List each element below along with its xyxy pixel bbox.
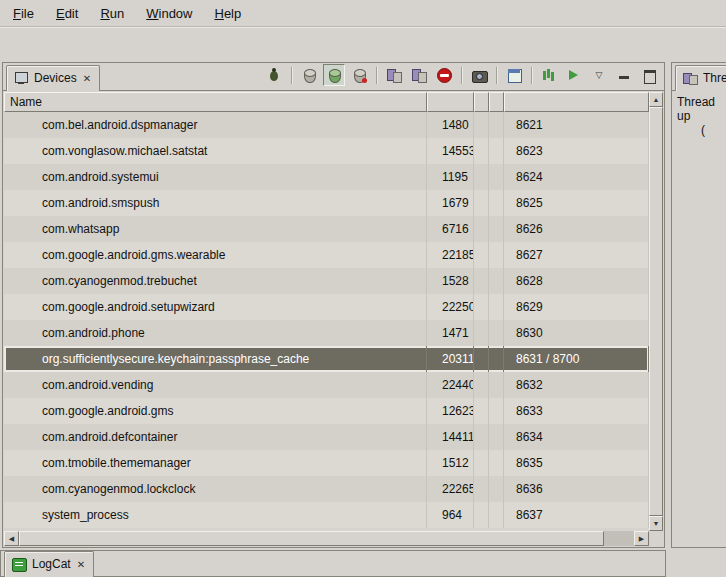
- process-port: 8633: [504, 398, 649, 424]
- process-row[interactable]: com.android.phone 1471 8630: [4, 320, 649, 346]
- process-row[interactable]: com.bel.android.dspmanager 1480 8621: [4, 112, 649, 138]
- tab-threads[interactable]: Threads: [675, 65, 726, 91]
- process-row[interactable]: com.whatsapp 6716 8626: [4, 216, 649, 242]
- process-cell-empty: [489, 372, 504, 398]
- process-cell-empty: [489, 164, 504, 190]
- close-icon[interactable]: ✕: [82, 73, 92, 84]
- systrace-icon: [541, 67, 557, 83]
- maximize-button[interactable]: [638, 64, 660, 86]
- menu-item[interactable]: File: [8, 3, 39, 24]
- view-menu-button[interactable]: ▽: [588, 64, 610, 86]
- process-cell-empty: [474, 242, 489, 268]
- process-pid: 22185: [427, 242, 474, 268]
- stop-icon: [437, 68, 452, 83]
- process-port: 8621: [504, 112, 649, 138]
- menu-item[interactable]: Window: [141, 3, 197, 24]
- scroll-left-arrow[interactable]: ◀: [4, 531, 19, 546]
- minimize-button[interactable]: [613, 64, 635, 86]
- tab-logcat-label: LogCat: [32, 557, 71, 571]
- vertical-scrollbar[interactable]: ▲ ▼: [649, 92, 663, 531]
- scroll-up-icon: ▲: [653, 96, 660, 103]
- column-header-name[interactable]: Name: [4, 92, 427, 112]
- process-cell-empty: [474, 190, 489, 216]
- scroll-down-arrow[interactable]: ▼: [649, 516, 663, 531]
- opengl-trace-button[interactable]: [563, 64, 585, 86]
- cause-gc-button[interactable]: [348, 64, 370, 86]
- process-port: 8629: [504, 294, 649, 320]
- process-cell-empty: [474, 138, 489, 164]
- debug-process-button[interactable]: [263, 64, 285, 86]
- process-name: com.google.android.setupwizard: [4, 294, 427, 320]
- process-port: 8626: [504, 216, 649, 242]
- horizontal-scrollbar[interactable]: ◀ ▶: [4, 531, 649, 546]
- profiling-red-dot: [422, 78, 427, 83]
- process-row[interactable]: system_process 964 8637: [4, 502, 649, 528]
- process-row[interactable]: com.tmobile.thememanager 1512 8635: [4, 450, 649, 476]
- process-cell-empty: [474, 216, 489, 242]
- process-row[interactable]: com.google.android.gms.wearable 22185 86…: [4, 242, 649, 268]
- close-icon[interactable]: ✕: [76, 559, 86, 570]
- process-row[interactable]: com.cyanogenmod.lockclock 22265 8636: [4, 476, 649, 502]
- process-row[interactable]: com.android.systemui 1195 8624: [4, 164, 649, 190]
- process-name: com.android.systemui: [4, 164, 427, 190]
- process-pid: 20311: [427, 346, 474, 372]
- process-row[interactable]: com.google.android.gms 12623 8633: [4, 398, 649, 424]
- toolbar-separator: [496, 67, 497, 84]
- stop-process-button[interactable]: [433, 64, 455, 86]
- process-cell-empty: [489, 138, 504, 164]
- systrace-button[interactable]: [538, 64, 560, 86]
- process-row[interactable]: com.google.android.setupwizard 22250 862…: [4, 294, 649, 320]
- scroll-up-arrow[interactable]: ▲: [649, 92, 663, 107]
- process-row[interactable]: com.android.vending 22440 8632: [4, 372, 649, 398]
- screen-capture-button[interactable]: [468, 64, 490, 86]
- process-pid: 22265: [427, 476, 474, 502]
- dump-hprof-icon: [326, 67, 342, 83]
- horizontal-scroll-thumb[interactable]: [19, 531, 604, 546]
- update-heap-icon: [301, 67, 317, 83]
- threads-message-line2: (: [701, 123, 724, 137]
- devices-tabbar: Devices ✕ ▽: [3, 63, 664, 91]
- process-pid: 14411: [427, 424, 474, 450]
- menu-item-label: Run: [100, 6, 124, 21]
- tab-devices[interactable]: Devices ✕: [6, 65, 100, 91]
- update-threads-button[interactable]: [383, 64, 405, 86]
- process-cell-empty: [474, 398, 489, 424]
- process-row[interactable]: org.sufficientlysecure.keychain:passphra…: [4, 346, 649, 372]
- menu-item-label: Help: [214, 6, 241, 21]
- threads-message-line1: Thread up: [677, 95, 724, 123]
- process-row[interactable]: com.vonglasow.michael.satstat 14553 8623: [4, 138, 649, 164]
- process-row[interactable]: com.cyanogenmod.trebuchet 1528 8628: [4, 268, 649, 294]
- menu-item[interactable]: Run: [95, 3, 129, 24]
- process-pid: 22250: [427, 294, 474, 320]
- process-table: Name com.bel.android.dspmanager 1480 862…: [4, 92, 663, 546]
- process-name: com.bel.android.dspmanager: [4, 112, 427, 138]
- process-pid: 12623: [427, 398, 474, 424]
- scroll-right-arrow[interactable]: ▶: [634, 531, 649, 546]
- menu-item[interactable]: Help: [209, 3, 246, 24]
- method-profiling-button[interactable]: [408, 64, 430, 86]
- dump-hprof-button[interactable]: [323, 64, 345, 86]
- process-cell-empty: [489, 502, 504, 528]
- column-header-empty: [489, 92, 504, 112]
- threads-green-dot: [397, 78, 402, 83]
- vertical-scroll-thumb[interactable]: [649, 107, 663, 516]
- process-port: 8630: [504, 320, 649, 346]
- process-pid: 1528: [427, 268, 474, 294]
- process-name: com.android.smspush: [4, 190, 427, 216]
- report-button[interactable]: [503, 64, 525, 86]
- process-row[interactable]: com.android.defcontainer 14411 8634: [4, 424, 649, 450]
- column-header-empty: [474, 92, 489, 112]
- process-cell-empty: [474, 372, 489, 398]
- tab-logcat[interactable]: LogCat ✕: [4, 551, 94, 577]
- column-header-pid: [427, 92, 474, 112]
- threads-tab-icon: [682, 70, 698, 86]
- menu-item[interactable]: Edit: [51, 3, 83, 24]
- process-cell-empty: [489, 398, 504, 424]
- process-row[interactable]: com.android.smspush 1679 8625: [4, 190, 649, 216]
- process-port: 8625: [504, 190, 649, 216]
- update-heap-button[interactable]: [298, 64, 320, 86]
- process-pid: 1480: [427, 112, 474, 138]
- gc-red-dot: [362, 78, 367, 83]
- scroll-right-icon: ▶: [639, 535, 644, 543]
- camera-icon: [471, 67, 487, 83]
